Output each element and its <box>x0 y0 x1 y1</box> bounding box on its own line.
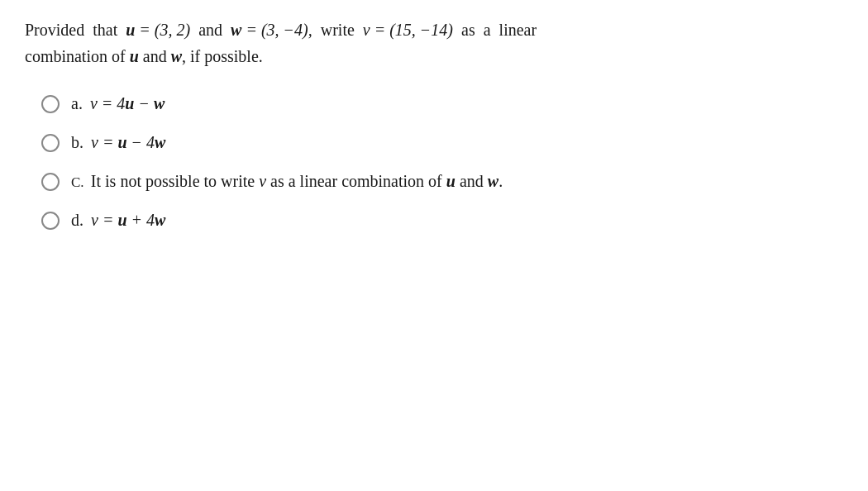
word-as: as <box>461 21 484 39</box>
option-a-row[interactable]: a. v = 4u − w <box>41 94 843 113</box>
word-that: that <box>93 21 126 39</box>
radio-d[interactable] <box>41 212 60 230</box>
option-b-row[interactable]: b. v = u − 4w <box>41 133 843 152</box>
option-c-text: It is not possible to write v as a linea… <box>91 172 503 190</box>
option-a-label: a. v = 4u − w <box>71 94 165 113</box>
suffix: , if possible. <box>182 47 263 65</box>
word-provided: Provided <box>25 21 93 39</box>
word-and: and <box>198 21 231 39</box>
letter-a: a. <box>71 94 87 112</box>
option-c-row[interactable]: C. It is not possible to write v as a li… <box>41 172 843 191</box>
option-b-label: b. v = u − 4w <box>71 133 165 152</box>
word-a: a <box>484 21 499 39</box>
letter-d: d. <box>71 211 88 229</box>
radio-c[interactable] <box>41 173 60 191</box>
options-container: a. v = 4u − w b. v = u − 4w C. It is not… <box>25 94 843 230</box>
radio-b[interactable] <box>41 134 60 152</box>
question-text: Provided that u = (3, 2) and w = (3, −4)… <box>25 17 843 69</box>
w-definition: w = (3, −4), <box>231 21 321 39</box>
v-definition: v = (15, −14) <box>363 21 461 39</box>
option-d-label: d. v = u + 4w <box>71 211 165 230</box>
option-d-row[interactable]: d. v = u + 4w <box>41 211 843 230</box>
word-and2: and <box>139 47 171 65</box>
word-write: write <box>321 21 363 39</box>
question-container: Provided that u = (3, 2) and w = (3, −4)… <box>25 17 843 230</box>
radio-a[interactable] <box>41 95 60 113</box>
word-linear: linear <box>499 21 537 39</box>
letter-c: C. <box>71 174 88 190</box>
u-var-inline: u <box>130 47 139 65</box>
w-var-inline: w <box>171 47 182 65</box>
word-combination: combination of <box>25 47 130 65</box>
u-definition: u = (3, 2) <box>126 21 198 39</box>
letter-b: b. <box>71 133 88 151</box>
option-c-label: C. It is not possible to write v as a li… <box>71 172 503 191</box>
